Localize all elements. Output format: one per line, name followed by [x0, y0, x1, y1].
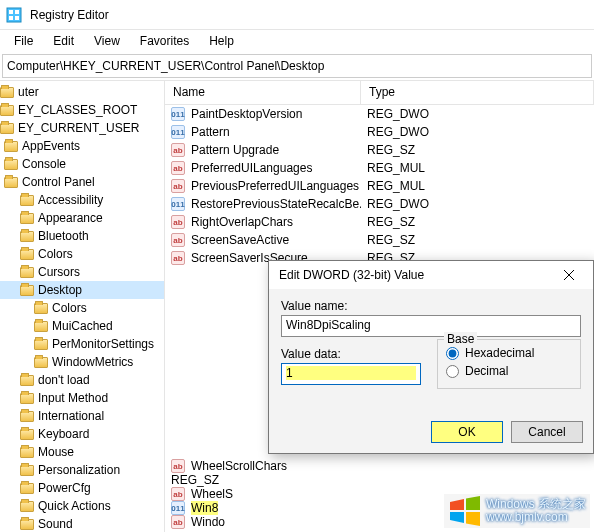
menu-file[interactable]: File — [4, 32, 43, 50]
radio-dec-label: Decimal — [465, 364, 508, 378]
tree-item[interactable]: MuiCached — [0, 317, 164, 335]
tree-item[interactable]: Console — [0, 155, 164, 173]
tree-pane[interactable]: uterEY_CLASSES_ROOTEY_CURRENT_USERAppEve… — [0, 81, 165, 532]
list-row[interactable]: abScreenSaveActiveREG_SZ — [165, 231, 594, 249]
column-type[interactable]: Type — [361, 81, 594, 104]
svg-rect-2 — [15, 10, 19, 14]
value-data-input[interactable] — [286, 366, 416, 380]
folder-icon — [20, 483, 34, 494]
list-row[interactable]: 011RestorePreviousStateRecalcBe...REG_DW… — [165, 195, 594, 213]
list-row[interactable]: abRightOverlapCharsREG_SZ — [165, 213, 594, 231]
list-row[interactable]: 011PatternREG_DWO — [165, 123, 594, 141]
cell-name: 011PaintDesktopVersion — [165, 107, 361, 121]
close-icon[interactable] — [551, 261, 587, 289]
tree-item[interactable]: EY_CLASSES_ROOT — [0, 101, 164, 119]
radio-dec-input[interactable] — [446, 365, 459, 378]
menu-edit[interactable]: Edit — [43, 32, 84, 50]
tree-item[interactable]: Colors — [0, 245, 164, 263]
string-value-icon: ab — [171, 251, 185, 265]
value-type: REG_SZ — [361, 233, 594, 247]
tree-item[interactable]: PowerCfg — [0, 479, 164, 497]
tree-item-label: EY_CLASSES_ROOT — [18, 103, 137, 117]
folder-icon — [20, 501, 34, 512]
string-value-icon: ab — [171, 487, 185, 501]
folder-icon — [20, 249, 34, 260]
tree-item[interactable]: AppEvents — [0, 137, 164, 155]
string-value-icon: ab — [171, 515, 185, 529]
svg-rect-1 — [9, 10, 13, 14]
cell-name: 011Win8 — [165, 501, 361, 515]
string-value-icon: ab — [171, 459, 185, 473]
address-input[interactable] — [7, 59, 587, 73]
dialog-body: Value name: Win8DpiScaling Value data: B… — [269, 289, 593, 399]
radio-hex-input[interactable] — [446, 347, 459, 360]
list-row[interactable]: abPattern UpgradeREG_SZ — [165, 141, 594, 159]
value-type: REG_SZ — [361, 143, 594, 157]
tree-item[interactable]: Control Panel — [0, 173, 164, 191]
tree-item[interactable]: Cursors — [0, 263, 164, 281]
radio-hex-label: Hexadecimal — [465, 346, 534, 360]
folder-icon — [0, 87, 14, 98]
value-name-field[interactable]: Win8DpiScaling — [281, 315, 581, 337]
string-value-icon: ab — [171, 233, 185, 247]
column-name[interactable]: Name — [165, 81, 361, 104]
value-name: Pattern Upgrade — [191, 143, 279, 157]
tree-item[interactable]: International — [0, 407, 164, 425]
dialog-titlebar[interactable]: Edit DWORD (32-bit) Value — [269, 261, 593, 289]
tree-item[interactable]: Quick Actions — [0, 497, 164, 515]
tree-item[interactable]: Mouse — [0, 443, 164, 461]
menu-help[interactable]: Help — [199, 32, 244, 50]
list-row[interactable]: abWheelScrollCharsREG_SZ — [165, 459, 594, 487]
base-legend: Base — [444, 332, 477, 346]
regedit-icon — [6, 7, 22, 23]
tree-item[interactable]: EY_CURRENT_USER — [0, 119, 164, 137]
list-body: 011PaintDesktopVersionREG_DWO011PatternR… — [165, 105, 594, 267]
value-name: ScreenSaveActive — [191, 233, 289, 247]
value-name: Win8 — [191, 501, 218, 515]
folder-icon — [20, 267, 34, 278]
cell-name: abScreenSaveActive — [165, 233, 361, 247]
tree-item[interactable]: PerMonitorSettings — [0, 335, 164, 353]
menu-view[interactable]: View — [84, 32, 130, 50]
tree-item-label: Appearance — [38, 211, 103, 225]
tree-item[interactable]: Keyboard — [0, 425, 164, 443]
windows-logo-icon — [448, 496, 482, 526]
tree-item[interactable]: Accessibility — [0, 191, 164, 209]
tree-item-label: Control Panel — [22, 175, 95, 189]
tree-item-label: Personalization — [38, 463, 120, 477]
tree-item[interactable]: Input Method — [0, 389, 164, 407]
tree-item[interactable]: WindowMetrics — [0, 353, 164, 371]
dword-value-icon: 011 — [171, 125, 185, 139]
tree-item[interactable]: Personalization — [0, 461, 164, 479]
value-type: REG_SZ — [165, 473, 594, 487]
list-row[interactable]: 011PaintDesktopVersionREG_DWO — [165, 105, 594, 123]
ok-button[interactable]: OK — [431, 421, 503, 443]
cell-name: abWheelS — [165, 487, 361, 501]
tree-item[interactable]: Sound — [0, 515, 164, 532]
tree-item[interactable]: Desktop — [0, 281, 164, 299]
tree-item[interactable]: Bluetooth — [0, 227, 164, 245]
folder-icon — [0, 105, 14, 116]
list-row[interactable]: abPreferredUILanguagesREG_MUL — [165, 159, 594, 177]
cell-name: abWindo — [165, 515, 361, 529]
folder-icon — [20, 519, 34, 530]
cancel-button[interactable]: Cancel — [511, 421, 583, 443]
list-row[interactable]: abPreviousPreferredUILanguagesREG_MUL — [165, 177, 594, 195]
tree-item[interactable]: uter — [0, 83, 164, 101]
cell-name: abPreviousPreferredUILanguages — [165, 179, 361, 193]
tree-item[interactable]: Colors — [0, 299, 164, 317]
tree-item-label: Sound — [38, 517, 73, 531]
value-name: WheelS — [191, 487, 233, 501]
tree-item-label: PowerCfg — [38, 481, 91, 495]
menu-favorites[interactable]: Favorites — [130, 32, 199, 50]
tree-item[interactable]: Appearance — [0, 209, 164, 227]
value-name: PaintDesktopVersion — [191, 107, 302, 121]
value-data-label: Value data: — [281, 347, 421, 361]
radio-decimal[interactable]: Decimal — [446, 364, 572, 378]
tree-item[interactable]: don't load — [0, 371, 164, 389]
tree-item-label: MuiCached — [52, 319, 113, 333]
radio-hexadecimal[interactable]: Hexadecimal — [446, 346, 572, 360]
dword-value-icon: 011 — [171, 501, 185, 515]
value-data-field[interactable] — [281, 363, 421, 385]
address-bar[interactable] — [2, 54, 592, 78]
